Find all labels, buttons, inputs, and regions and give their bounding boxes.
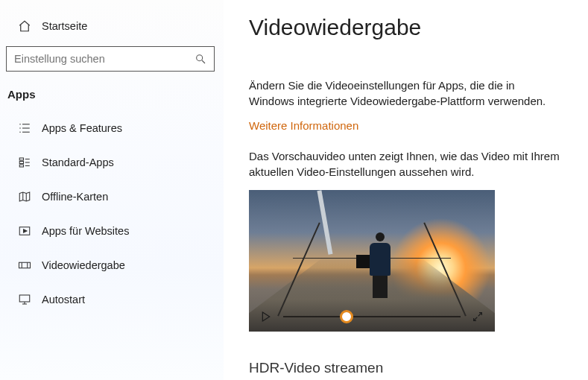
search-input-container[interactable]: [6, 46, 215, 72]
search-input[interactable]: [14, 53, 186, 65]
settings-sidebar: Startseite Apps Apps & Features: [0, 0, 224, 380]
svg-line-26: [478, 313, 482, 317]
page-title: Videowiedergabe: [249, 15, 566, 40]
sidebar-item-label: Apps für Websites: [42, 225, 129, 237]
default-apps-icon: [16, 156, 33, 169]
sidebar-item-apps-features[interactable]: Apps & Features: [4, 111, 224, 145]
sidebar-section-header: Apps: [4, 85, 224, 111]
progress-slider[interactable]: [283, 311, 461, 322]
sidebar-item-offline-maps[interactable]: Offline-Karten: [4, 180, 224, 214]
svg-rect-9: [19, 162, 23, 164]
sidebar-item-video-playback[interactable]: Videowiedergabe: [4, 248, 224, 282]
sidebar-item-label: Videowiedergabe: [42, 259, 125, 271]
sidebar-item-label: Offline-Karten: [42, 191, 108, 203]
svg-point-0: [197, 55, 203, 61]
play-icon[interactable]: [259, 310, 273, 323]
svg-rect-10: [19, 165, 23, 167]
svg-rect-18: [19, 262, 31, 268]
preview-video[interactable]: [249, 190, 495, 332]
svg-line-1: [202, 60, 205, 63]
svg-rect-21: [19, 295, 30, 302]
video-controls: [249, 302, 495, 332]
main-content: Videowiedergabe Ändern Sie die Videoeins…: [224, 0, 588, 380]
search-icon: [195, 53, 206, 65]
svg-rect-8: [19, 158, 23, 160]
video-playback-icon: [16, 259, 33, 272]
sidebar-item-label: Autostart: [42, 294, 85, 305]
nav-home-label: Startseite: [42, 20, 87, 32]
home-icon: [16, 19, 33, 33]
nav-home[interactable]: Startseite: [4, 15, 224, 42]
hdr-section-heading: HDR-Video streamen: [249, 360, 566, 376]
svg-marker-17: [24, 229, 28, 233]
svg-line-25: [474, 317, 478, 321]
sidebar-item-autostart[interactable]: Autostart: [4, 282, 224, 317]
apps-websites-icon: [16, 224, 33, 238]
more-info-link[interactable]: Weitere Informationen: [249, 119, 358, 132]
fullscreen-icon[interactable]: [471, 310, 484, 323]
sidebar-item-label: Standard-Apps: [42, 156, 114, 168]
preview-text: Das Vorschauvideo unten zeigt Ihnen, wie…: [249, 148, 562, 180]
intro-text: Ändern Sie die Videoeinstellungen für Ap…: [249, 77, 562, 109]
apps-features-icon: [16, 121, 33, 135]
autostart-icon: [16, 293, 33, 306]
sidebar-item-apps-websites[interactable]: Apps für Websites: [4, 214, 224, 248]
sidebar-item-label: Apps & Features: [42, 122, 122, 134]
svg-marker-24: [262, 312, 269, 321]
sidebar-item-default-apps[interactable]: Standard-Apps: [4, 145, 224, 180]
offline-maps-icon: [16, 190, 33, 203]
